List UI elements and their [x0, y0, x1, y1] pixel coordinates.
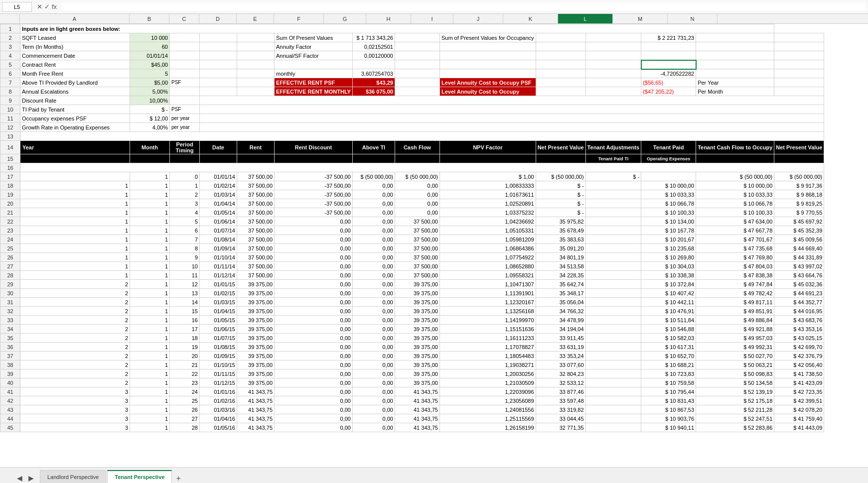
col-header-M[interactable]: M [613, 14, 668, 23]
cell-H23[interactable]: 37 500,00 [395, 226, 439, 235]
cell-L8[interactable]: ($47 205,22) [641, 87, 696, 96]
cell-A44[interactable]: 3 [20, 414, 130, 423]
cell-J19[interactable]: $ - [536, 190, 585, 199]
cell-N5[interactable] [774, 60, 824, 69]
cell-B37[interactable]: 1 [130, 352, 170, 361]
cell-G39[interactable]: 0,00 [352, 369, 395, 378]
cell-M23[interactable]: $ 47 667,78 [696, 226, 774, 235]
cell-E8[interactable] [237, 87, 275, 96]
cell-A39[interactable]: 2 [20, 369, 130, 378]
cell-A33[interactable]: 2 [20, 316, 130, 325]
cell-C17[interactable]: 0 [170, 172, 200, 181]
cell-E42[interactable]: 41 343,75 [237, 396, 275, 405]
cell-C28[interactable]: 11 [170, 271, 200, 280]
cell-L42[interactable]: $ 10 831,43 [641, 396, 696, 405]
cell-M17[interactable]: $ (50 000,00) [696, 172, 774, 181]
cell-M24[interactable]: $ 47 701,67 [696, 235, 774, 244]
cell-A40[interactable]: 2 [20, 378, 130, 387]
cell-N40[interactable]: $ 41 423,09 [774, 378, 824, 387]
cell-H4[interactable] [395, 51, 439, 60]
cell-L24[interactable]: $ 10 201,67 [641, 235, 696, 244]
cell-E34[interactable]: 39 375,00 [237, 325, 275, 334]
cell-E21[interactable]: 37 500,00 [237, 208, 275, 217]
cell-N42[interactable]: $ 42 399,51 [774, 396, 824, 405]
cell-E17[interactable]: 37 500,00 [237, 172, 275, 181]
cell-E5[interactable] [237, 60, 275, 69]
cell-B6[interactable]: 5 [130, 69, 170, 78]
cell-D19[interactable]: 01/03/14 [200, 190, 237, 199]
cell-A32[interactable]: 2 [20, 307, 130, 316]
cell-A3[interactable]: Term (In Months) [20, 42, 130, 51]
cell-H37[interactable]: 39 375,00 [395, 352, 439, 361]
cell-D20[interactable]: 01/04/14 [200, 199, 237, 208]
cell-C38[interactable]: 21 [170, 361, 200, 369]
cell-G36[interactable]: 0,00 [352, 343, 395, 352]
cell-F19[interactable]: -37 500,00 [275, 190, 353, 199]
cell-I36[interactable]: 1,17078827 [439, 343, 536, 352]
cell-J35[interactable]: 33 911,45 [536, 334, 585, 343]
cell-E23[interactable]: 37 500,00 [237, 226, 275, 235]
cell-A45[interactable]: 3 [20, 423, 130, 432]
cell-C32[interactable]: 15 [170, 307, 200, 316]
cell-C35[interactable]: 18 [170, 334, 200, 343]
cell-M41[interactable]: $ 52 139,19 [696, 387, 774, 396]
cell-C2[interactable] [170, 33, 200, 42]
cell-K19[interactable] [585, 190, 641, 199]
cell-D2[interactable] [200, 33, 237, 42]
cell-H22[interactable]: 37 500,00 [395, 217, 439, 226]
cell-B12[interactable]: 4,00% [130, 123, 170, 132]
cell-J7[interactable] [536, 78, 585, 87]
cell-L5[interactable] [641, 60, 696, 69]
cell-J45[interactable]: 32 771,35 [536, 423, 585, 432]
cell-L2[interactable]: $ 2 221 731,23 [641, 33, 696, 42]
cell-F17[interactable]: -37 500,00 [275, 172, 353, 181]
cell-N22[interactable]: $ 45 697,92 [774, 217, 824, 226]
cell-L32[interactable]: $ 10 476,91 [641, 307, 696, 316]
cell-I24[interactable]: 1,05981209 [439, 235, 536, 244]
cell-M30[interactable]: $ 49 782,42 [696, 289, 774, 298]
cell-I32[interactable]: 1,13256168 [439, 307, 536, 316]
tab-prev-button[interactable]: ◀ [15, 473, 24, 483]
col-header-J[interactable]: J [453, 14, 503, 23]
cell-J42[interactable]: 33 597,48 [536, 396, 585, 405]
cell-J28[interactable]: 34 228,35 [536, 271, 585, 280]
cell-J25[interactable]: 35 091,20 [536, 244, 585, 253]
cell-A19[interactable]: 1 [20, 190, 130, 199]
cell-F44[interactable]: 0,00 [275, 414, 353, 423]
cell-B21[interactable]: 1 [130, 208, 170, 217]
cell-E19[interactable]: 37 500,00 [237, 190, 275, 199]
cell-L26[interactable]: $ 10 269,80 [641, 253, 696, 262]
cell-L21[interactable]: $ 10 100,33 [641, 208, 696, 217]
cell-L39[interactable]: $ 10 723,83 [641, 369, 696, 378]
cell-M38[interactable]: $ 50 063,21 [696, 361, 774, 369]
cell-F31[interactable]: 0,00 [275, 298, 353, 307]
cell-M26[interactable]: $ 47 769,80 [696, 253, 774, 262]
cell-K22[interactable] [585, 217, 641, 226]
cell-G30[interactable]: 0,00 [352, 289, 395, 298]
cell-B8[interactable]: 5,00% [130, 87, 170, 96]
cell-N36[interactable]: $ 42 699,70 [774, 343, 824, 352]
col-header-G[interactable]: G [324, 14, 366, 23]
cell-D4[interactable] [200, 51, 237, 60]
cell-B17[interactable]: 1 [130, 172, 170, 181]
cell-A11[interactable]: Occupancy expenses PSF [20, 114, 130, 123]
cell-H40[interactable]: 39 375,00 [395, 378, 439, 387]
cell-K26[interactable] [585, 253, 641, 262]
cell-F36[interactable]: 0,00 [275, 343, 353, 352]
cell-A37[interactable]: 2 [20, 352, 130, 361]
cell-D40[interactable]: 01/12/15 [200, 378, 237, 387]
cell-A23[interactable]: 1 [20, 226, 130, 235]
cell-A26[interactable]: 1 [20, 253, 130, 262]
cell-F6[interactable]: monthly [275, 69, 353, 78]
cell-H44[interactable]: 41 343,75 [395, 414, 439, 423]
cell-I23[interactable]: 1,05105331 [439, 226, 536, 235]
cell-A35[interactable]: 2 [20, 334, 130, 343]
cell-J38[interactable]: 33 077,60 [536, 361, 585, 369]
cell-N19[interactable]: $ 9 868,18 [774, 190, 824, 199]
cell-B28[interactable]: 1 [130, 271, 170, 280]
cell-L44[interactable]: $ 10 903,76 [641, 414, 696, 423]
cell-E39[interactable]: 39 375,00 [237, 369, 275, 378]
cell-I21[interactable]: 1,03375232 [439, 208, 536, 217]
cell-J43[interactable]: 33 319,82 [536, 405, 585, 414]
cell-A42[interactable]: 3 [20, 396, 130, 405]
